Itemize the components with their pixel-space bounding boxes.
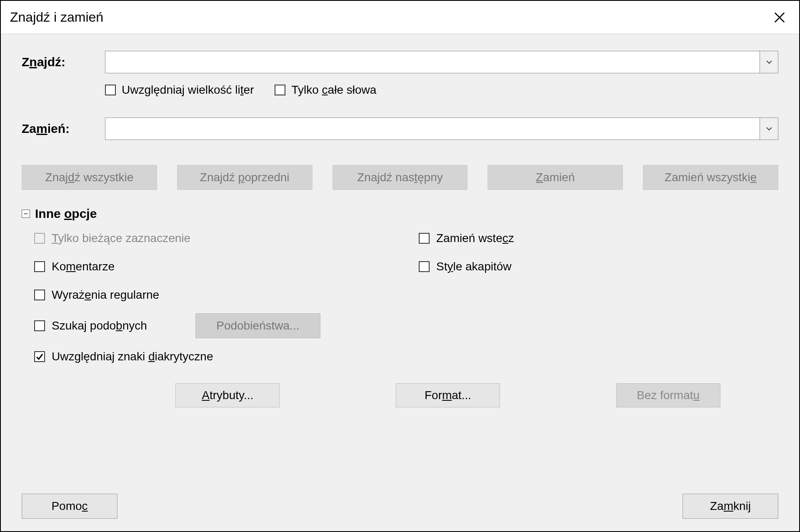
match-case-checkbox[interactable]: Uwzględniaj wielkość liter [105,83,254,97]
find-dropdown-button[interactable] [760,51,778,73]
find-label: Znajdź: [22,55,105,69]
similarities-button[interactable]: Podobieństwa... [195,313,320,338]
replace-input[interactable] [105,117,760,140]
replace-backwards-checkbox[interactable]: Zamień wstecz [419,228,778,248]
replace-label: Zamień: [22,122,105,136]
paragraph-styles-checkbox[interactable]: Style akapitów [419,257,778,277]
attributes-button[interactable]: Atrybuty... [175,383,280,407]
format-buttons-row: Atrybuty... Format... Bez formatu [118,383,778,407]
current-selection-checkbox: Tylko bieżące zaznaczenie [34,228,394,248]
find-replace-dialog: Znajdź i zamień Znajdź: Uwzględniaj wiel… [0,0,800,532]
regex-checkbox[interactable]: Wyrażenia regularne [34,285,394,305]
expander-toggle[interactable]: − [22,210,30,218]
other-options-header: − Inne opcje [22,207,778,221]
similarity-label: Szukaj podobnych [52,319,147,332]
help-button[interactable]: Pomoc [22,494,118,519]
action-buttons-row: Znajdź wszystkie Znajdź poprzedni Znajdź… [22,165,778,190]
replace-combo [105,117,778,140]
replace-button[interactable]: Zamień [488,165,623,190]
replace-all-button[interactable]: Zamień wszystkie [643,165,778,190]
other-options-grid: Tylko bieżące zaznaczenie Zamień wstecz … [34,228,778,367]
find-previous-button[interactable]: Znajdź poprzedni [177,165,312,190]
find-row: Znajdź: [22,51,778,73]
replace-row: Zamień: [22,117,778,140]
find-next-button[interactable]: Znajdź następny [332,165,468,190]
replace-dropdown-button[interactable] [760,117,778,140]
similarity-row: Szukaj podobnych Podobieństwa... [34,313,778,338]
find-all-button[interactable]: Znajdź wszystkie [22,165,157,190]
dialog-body: Znajdź: Uwzględniaj wielkość liter Tylko… [1,34,799,531]
close-icon[interactable] [769,7,790,28]
footer-row: Pomoc Zamknij [22,494,778,519]
similarity-checkbox[interactable] [34,320,45,331]
no-format-button[interactable]: Bez formatu [616,383,720,407]
find-input[interactable] [105,51,760,73]
dialog-title: Znajdź i zamień [10,10,103,25]
empty-cell [419,285,778,305]
other-options-label: Inne opcje [35,207,97,221]
close-button[interactable]: Zamknij [682,494,778,519]
diacritics-checkbox[interactable]: Uwzględniaj znaki diakrytyczne [34,347,778,367]
find-combo [105,51,778,73]
comments-checkbox[interactable]: Komentarze [34,257,394,277]
format-button[interactable]: Format... [396,383,500,407]
find-options-row: Uwzględniaj wielkość liter Tylko całe sł… [105,83,778,97]
titlebar: Znajdź i zamień [1,1,799,34]
whole-words-checkbox[interactable]: Tylko całe słowa [275,83,376,97]
